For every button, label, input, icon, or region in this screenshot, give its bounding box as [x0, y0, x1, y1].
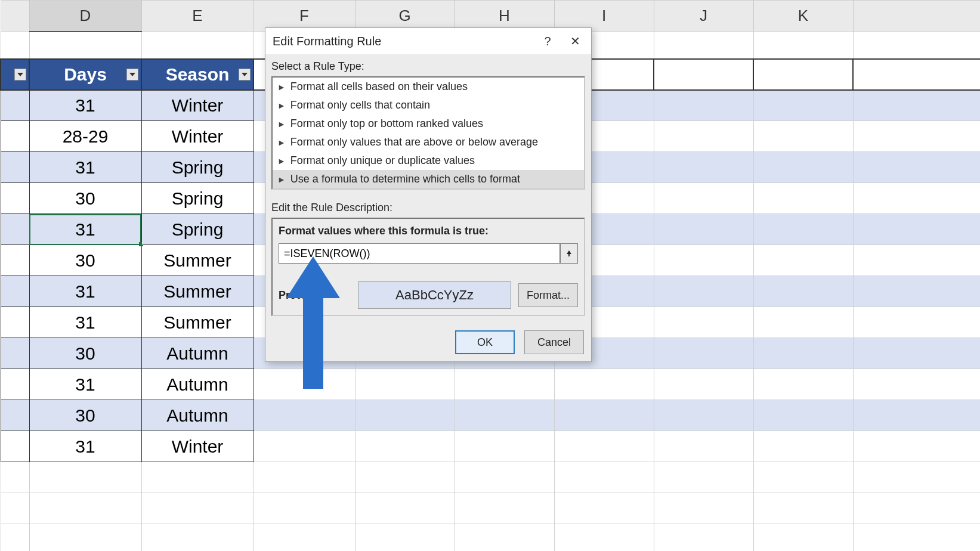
dialog-titlebar[interactable]: Edit Formatting Rule ? ✕ — [265, 28, 591, 54]
empty-cell[interactable] — [753, 338, 853, 369]
cell-season[interactable]: Spring — [141, 152, 253, 183]
cell-season[interactable]: Autumn — [141, 338, 253, 369]
empty-cell[interactable] — [355, 431, 455, 462]
rule-type-item[interactable]: ►Format all cells based on their values — [273, 78, 584, 96]
row-stub[interactable] — [1, 338, 29, 369]
empty-cell[interactable] — [753, 369, 853, 400]
empty-cell[interactable] — [753, 245, 853, 276]
cell-season[interactable]: Winter — [141, 90, 253, 121]
empty-cell[interactable] — [654, 214, 753, 245]
row-stub[interactable] — [1, 400, 29, 431]
empty-cell[interactable] — [853, 276, 980, 307]
table-header-season[interactable]: Season — [141, 59, 253, 90]
empty-cell[interactable] — [753, 214, 853, 245]
col-header-d[interactable]: D — [29, 1, 141, 32]
empty-cell[interactable] — [554, 369, 654, 400]
empty-cell[interactable] — [753, 400, 853, 431]
empty-cell[interactable] — [853, 152, 980, 183]
empty-cell[interactable] — [253, 369, 355, 400]
row-stub[interactable] — [1, 307, 29, 338]
cell-season[interactable]: Spring — [141, 214, 253, 245]
empty-cell[interactable] — [654, 152, 753, 183]
empty-cell[interactable] — [753, 152, 853, 183]
row-stub[interactable] — [1, 90, 29, 121]
dialog-close-button[interactable]: ✕ — [561, 28, 589, 54]
cell-days[interactable]: 31 — [29, 369, 141, 400]
collapse-dialog-button[interactable] — [560, 243, 578, 264]
ok-button[interactable]: OK — [455, 330, 515, 354]
format-button[interactable]: Format... — [518, 283, 578, 307]
row-stub[interactable] — [1, 214, 29, 245]
empty-cell[interactable] — [753, 276, 853, 307]
formula-input[interactable] — [279, 243, 560, 264]
empty-cell[interactable] — [654, 307, 753, 338]
rule-type-list[interactable]: ►Format all cells based on their values►… — [271, 76, 585, 190]
empty-cell[interactable] — [853, 121, 980, 152]
row-stub[interactable] — [1, 152, 29, 183]
cell-season[interactable]: Summer — [141, 276, 253, 307]
empty-cell[interactable] — [253, 431, 355, 462]
cell-days[interactable]: 31 — [29, 90, 141, 121]
empty-cell[interactable] — [853, 431, 980, 462]
empty-cell[interactable] — [753, 121, 853, 152]
empty-cell[interactable] — [654, 183, 753, 214]
rule-type-item[interactable]: ►Format only cells that contain — [273, 96, 584, 114]
col-header-extra[interactable] — [853, 1, 980, 32]
row-stub[interactable] — [1, 121, 29, 152]
empty-cell[interactable] — [853, 400, 980, 431]
cell-days[interactable]: 31 — [29, 307, 141, 338]
cell-days[interactable]: 30 — [29, 338, 141, 369]
empty-cell[interactable] — [853, 369, 980, 400]
rule-type-item[interactable]: ►Format only unique or duplicate values — [273, 151, 584, 170]
cell-season[interactable]: Winter — [141, 431, 253, 462]
cell-days[interactable]: 30 — [29, 183, 141, 214]
cell-days[interactable]: 31 — [29, 431, 141, 462]
rule-type-item[interactable]: ►Format only values that are above or be… — [273, 133, 584, 151]
cell-season[interactable]: Spring — [141, 183, 253, 214]
empty-cell[interactable] — [355, 369, 455, 400]
row-stub[interactable] — [1, 245, 29, 276]
empty-cell[interactable] — [455, 400, 554, 431]
cancel-button[interactable]: Cancel — [524, 330, 584, 354]
empty-cell[interactable] — [554, 400, 654, 431]
col-header-h[interactable]: H — [455, 1, 554, 32]
col-header-k[interactable]: K — [753, 1, 853, 32]
col-header-e[interactable]: E — [141, 1, 253, 32]
cell-days[interactable]: 30 — [29, 400, 141, 431]
empty-cell[interactable] — [753, 90, 853, 121]
table-header-days[interactable]: Days — [29, 59, 141, 90]
empty-cell[interactable] — [654, 245, 753, 276]
rule-type-item[interactable]: ►Format only top or bottom ranked values — [273, 114, 584, 133]
empty-cell[interactable] — [753, 307, 853, 338]
cell-season[interactable]: Autumn — [141, 369, 253, 400]
cell-days[interactable]: 31 — [29, 152, 141, 183]
cell-days[interactable]: 31 — [29, 276, 141, 307]
dialog-help-button[interactable]: ? — [534, 28, 561, 54]
empty-cell[interactable] — [455, 369, 554, 400]
empty-cell[interactable] — [455, 431, 554, 462]
empty-cell[interactable] — [753, 183, 853, 214]
row-stub[interactable] — [1, 183, 29, 214]
col-header-g[interactable]: G — [355, 1, 455, 32]
filter-button-icon[interactable] — [14, 69, 26, 81]
empty-cell[interactable] — [853, 307, 980, 338]
empty-cell[interactable] — [853, 214, 980, 245]
empty-cell[interactable] — [753, 431, 853, 462]
filter-button-season-icon[interactable] — [239, 69, 251, 81]
col-header-i[interactable]: I — [554, 1, 654, 32]
cell-season[interactable]: Winter — [141, 121, 253, 152]
empty-cell[interactable] — [654, 121, 753, 152]
cell-days[interactable]: 28-29 — [29, 121, 141, 152]
filter-button-days-icon[interactable] — [126, 69, 138, 81]
cell-season[interactable]: Summer — [141, 245, 253, 276]
cell-season[interactable]: Autumn — [141, 400, 253, 431]
rule-type-item[interactable]: ►Use a formula to determine which cells … — [273, 170, 584, 188]
cell-days[interactable]: 30 — [29, 245, 141, 276]
cell-days[interactable]: 31 — [29, 214, 141, 245]
empty-cell[interactable] — [654, 369, 753, 400]
empty-cell[interactable] — [853, 90, 980, 121]
empty-cell[interactable] — [554, 431, 654, 462]
row-stub[interactable] — [1, 431, 29, 462]
empty-cell[interactable] — [853, 245, 980, 276]
empty-cell[interactable] — [654, 431, 753, 462]
